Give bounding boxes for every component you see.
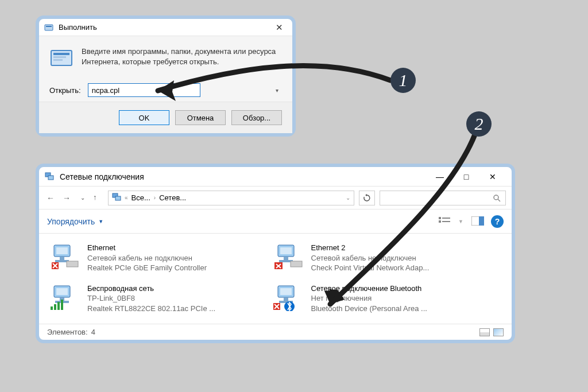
svg-rect-3 <box>53 53 69 55</box>
run-input[interactable] <box>88 83 200 97</box>
chevron-down-icon: ▼ <box>98 219 103 224</box>
svg-rect-15 <box>442 221 450 222</box>
browse-button[interactable]: Обзор... <box>231 110 282 125</box>
back-icon[interactable]: ← <box>45 192 56 204</box>
up-icon[interactable]: ↑ <box>93 193 103 203</box>
close-icon[interactable]: ✕ <box>270 22 288 33</box>
adapter-icon <box>273 243 304 270</box>
svg-rect-22 <box>67 261 78 267</box>
breadcrumb-part1[interactable]: Все... <box>131 193 150 202</box>
svg-rect-0 <box>45 25 53 30</box>
ok-button[interactable]: OK <box>119 110 169 125</box>
svg-rect-12 <box>439 217 441 219</box>
search-input[interactable] <box>380 191 506 205</box>
svg-line-11 <box>498 199 500 201</box>
organize-menu[interactable]: Упорядочить ▼ <box>47 217 103 226</box>
history-chevron-icon[interactable]: ⌄ <box>77 192 88 204</box>
chevron-down-icon[interactable]: ⌄ <box>346 195 350 201</box>
maximize-icon[interactable]: □ <box>453 172 479 181</box>
cancel-button[interactable]: Отмена <box>175 110 226 125</box>
connection-item[interactable]: Ethernet Сетевой кабель не подключен Rea… <box>47 239 271 280</box>
connection-device: Realtek RTL8822CE 802.11ac PCIe ... <box>87 304 215 314</box>
svg-rect-9 <box>115 196 121 200</box>
svg-rect-40 <box>61 300 63 310</box>
run-large-icon <box>49 46 74 71</box>
forward-icon[interactable]: → <box>61 192 72 204</box>
explorer-title: Сетевые подключения <box>60 172 427 181</box>
connection-name: Беспроводная сеть <box>87 284 215 294</box>
run-open-label: Открыть: <box>49 86 81 95</box>
thumbnails-view-icon[interactable] <box>493 328 504 336</box>
breadcrumb-part2[interactable]: Сетев... <box>159 193 186 202</box>
svg-rect-1 <box>46 26 52 27</box>
address-bar[interactable]: « Все... › Сетев... ⌄ <box>108 191 354 205</box>
connection-device: Bluetooth Device (Personal Area ... <box>311 304 427 314</box>
connection-status: Нет подключения <box>311 293 427 304</box>
svg-rect-7 <box>48 176 53 180</box>
svg-rect-5 <box>53 59 63 61</box>
run-button-row: OK Отмена Обзор... <box>39 102 292 133</box>
adapter-icon <box>49 243 80 270</box>
close-icon[interactable]: ✕ <box>479 172 506 181</box>
connection-device: Realtek PCIe GbE Family Controller <box>87 263 207 273</box>
adapter-icon <box>273 284 304 311</box>
run-instruction: Введите имя программы, папки, документа … <box>82 46 282 67</box>
svg-rect-37 <box>51 306 53 310</box>
svg-rect-13 <box>442 218 450 219</box>
chevron-down-icon[interactable]: ▼ <box>458 219 463 224</box>
connection-item[interactable]: Ethernet 2 Сетевой кабель не подключен C… <box>271 239 495 280</box>
run-title: Выполнить <box>59 23 270 32</box>
explorer-statusbar: Элементов: 4 <box>39 324 512 340</box>
organize-label: Упорядочить <box>47 217 95 226</box>
error-badge-icon <box>273 303 280 310</box>
run-titlebar: Выполнить ✕ <box>39 19 292 36</box>
explorer-toolbar: Упорядочить ▼ ▼ ? <box>39 209 512 234</box>
chevron-right-icon: › <box>154 195 156 201</box>
svg-rect-42 <box>280 288 292 295</box>
run-icon <box>44 22 54 33</box>
connection-status: Сетевой кабель не подключен <box>87 253 207 263</box>
run-body: Введите имя программы, папки, документа … <box>39 36 292 102</box>
run-dialog: Выполнить ✕ Введите имя программы, папки… <box>36 15 296 137</box>
svg-rect-38 <box>54 304 56 310</box>
explorer-titlebar: Сетевые подключения — □ ✕ <box>39 167 512 187</box>
svg-rect-14 <box>439 220 441 223</box>
svg-rect-26 <box>280 247 292 254</box>
connection-status: TP-Link_0BF8 <box>87 293 215 304</box>
minimize-icon[interactable]: — <box>427 172 453 181</box>
breadcrumb-sep-icon: « <box>125 195 128 201</box>
svg-rect-4 <box>53 56 66 58</box>
explorer-navbar: ← → ⌄ ↑ « Все... › Сетев... ⌄ <box>39 187 512 209</box>
connection-name: Ethernet 2 <box>311 243 430 253</box>
status-label: Элементов: <box>47 328 88 336</box>
address-icon <box>112 192 121 203</box>
error-badge-icon <box>52 262 59 269</box>
svg-rect-43 <box>284 297 288 301</box>
refresh-button[interactable] <box>359 191 375 205</box>
error-badge-icon <box>274 262 283 269</box>
annotation-badge-2: 2 <box>466 111 492 137</box>
help-icon[interactable]: ? <box>491 215 504 228</box>
svg-rect-17 <box>479 216 484 226</box>
connection-item[interactable]: Беспроводная сеть TP-Link_0BF8 Realtek R… <box>47 280 271 321</box>
view-details-icon[interactable] <box>439 216 450 227</box>
svg-rect-20 <box>60 257 64 260</box>
run-input-wrap: ▾ <box>88 83 282 97</box>
connection-device: Check Point Virtual Network Adap... <box>311 263 430 273</box>
explorer-window: Сетевые подключения — □ ✕ ← → ⌄ ↑ « Все.… <box>36 164 515 343</box>
annotation-badge-1: 1 <box>390 68 416 93</box>
connection-name: Сетевое подключение Bluetooth <box>311 284 427 294</box>
svg-rect-19 <box>56 247 68 254</box>
svg-rect-29 <box>291 261 302 267</box>
status-count: 4 <box>91 328 95 336</box>
network-connections-icon <box>45 172 55 182</box>
svg-rect-39 <box>57 302 60 310</box>
details-view-icon[interactable] <box>479 328 490 336</box>
svg-point-10 <box>494 195 498 200</box>
chevron-down-icon[interactable]: ▾ <box>276 87 278 94</box>
connection-item[interactable]: Сетевое подключение Bluetooth Нет подклю… <box>271 280 495 321</box>
search-icon <box>493 194 501 202</box>
svg-rect-27 <box>284 257 288 260</box>
connection-status: Сетевой кабель не подключен <box>311 253 430 263</box>
preview-pane-icon[interactable] <box>471 216 483 227</box>
